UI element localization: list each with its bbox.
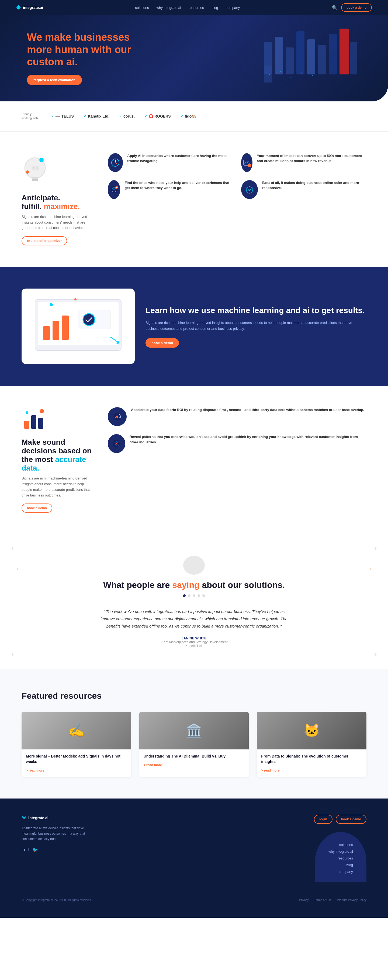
footer-logo-icon: ✳ bbox=[22, 815, 26, 821]
footer-link-why[interactable]: why integrate ai bbox=[328, 850, 353, 854]
brand-name: integrate.ai bbox=[23, 5, 43, 10]
footer-logo: ✳ integrate.ai bbox=[22, 815, 97, 821]
footer-privacy[interactable]: Privacy bbox=[299, 898, 309, 902]
svg-rect-43 bbox=[38, 418, 43, 429]
svg-rect-42 bbox=[31, 415, 36, 429]
hero-headline-accent: ai. bbox=[66, 56, 78, 67]
svg-point-21 bbox=[36, 166, 39, 170]
cross-icon-4: + bbox=[369, 566, 372, 572]
resource-img-0: ✍️ bbox=[22, 712, 131, 749]
data-cta-button[interactable]: book a demo bbox=[22, 503, 52, 513]
resources-grid: ✍️ More signal – Better Models: add Sign… bbox=[22, 712, 366, 777]
cross-icon-2: + bbox=[16, 566, 19, 572]
nav-solutions[interactable]: solutions bbox=[135, 6, 149, 10]
testimonial-author-company: Kanetix Ltd. bbox=[16, 644, 372, 648]
testimonials-heading: What people are saying about our solutio… bbox=[16, 580, 372, 590]
footer-product-privacy[interactable]: Product Privacy Policy bbox=[337, 898, 366, 902]
hero-cta-button[interactable]: request a tech evaluation bbox=[27, 75, 82, 85]
footer-link-solutions[interactable]: solutions bbox=[339, 843, 353, 847]
footer-social: in f 🐦 bbox=[22, 847, 97, 853]
svg-point-11 bbox=[280, 71, 281, 72]
facebook-icon[interactable]: f bbox=[28, 847, 29, 853]
feature-icon-3 bbox=[241, 180, 258, 199]
cross-icon-6: + bbox=[374, 651, 377, 659]
nav-blog[interactable]: blog bbox=[212, 6, 218, 10]
resource-img-1: 🏛️ bbox=[139, 712, 249, 749]
ml-description: Signals are rich, machine-learning-deriv… bbox=[146, 320, 366, 332]
cross-icon-3: + bbox=[374, 545, 377, 552]
data-section: Make sound decisions based on the most a… bbox=[0, 386, 388, 534]
data-description: Signals are rich, machine-learning-deriv… bbox=[22, 476, 92, 498]
data-feature-1: Reveal patterns that you otherwise would… bbox=[108, 434, 366, 453]
svg-point-26 bbox=[248, 164, 252, 167]
linkedin-icon[interactable]: in bbox=[22, 847, 25, 853]
testimonial-author-name: JANINE WHITE bbox=[16, 636, 372, 640]
dot-5[interactable] bbox=[202, 594, 205, 597]
bar-chart-illustration bbox=[22, 407, 92, 433]
svg-rect-6 bbox=[329, 34, 337, 75]
dot-1[interactable] bbox=[183, 594, 186, 597]
resource-link-0[interactable]: read more bbox=[26, 768, 44, 772]
resource-img-2: 🐱 bbox=[257, 712, 366, 749]
footer-links: solutions why integrate ai resources blo… bbox=[328, 843, 353, 874]
svg-point-13 bbox=[301, 73, 302, 74]
footer-link-blog[interactable]: blog bbox=[346, 863, 353, 867]
svg-point-39 bbox=[49, 303, 53, 306]
svg-rect-18 bbox=[32, 177, 38, 179]
footer-nav: login book a demo solutions why integrat… bbox=[113, 815, 366, 882]
chat-bubble-icon bbox=[183, 556, 205, 575]
ml-content: Learn how we use machine learning and ai… bbox=[146, 305, 366, 348]
feature-card-3: Best of all, it makes doing business onl… bbox=[241, 180, 366, 199]
partners-section: Proudly working with... ✓ — TELUS ✓ Kane… bbox=[0, 102, 388, 132]
anticipate-section: Anticipate.fulfill. maximize. Signals ar… bbox=[0, 132, 388, 267]
feature-card-0: Apply AI in scenarios where customers ar… bbox=[108, 153, 233, 172]
nav-logo[interactable]: ✳ integrate.ai bbox=[16, 4, 43, 11]
footer-nav-col: login book a demo solutions why integrat… bbox=[314, 815, 366, 882]
feature-card-2: Find the ones who need your help and del… bbox=[108, 180, 233, 199]
svg-rect-5 bbox=[318, 45, 326, 75]
footer-brand-name: integrate.ai bbox=[28, 816, 49, 820]
footer-link-resources[interactable]: resources bbox=[337, 856, 353, 860]
footer-terms[interactable]: Terms of Use bbox=[314, 898, 332, 902]
svg-rect-2 bbox=[286, 48, 294, 75]
testimonials-section: + + + + + + What people are saying about… bbox=[0, 534, 388, 669]
book-demo-button[interactable]: book a demo bbox=[341, 3, 372, 12]
svg-point-44 bbox=[40, 409, 44, 414]
navbar: ✳ integrate.ai solutions why integrate a… bbox=[0, 0, 388, 15]
search-icon[interactable]: 🔍 bbox=[332, 5, 337, 10]
partner-kanetix: ✓ Kanetix Ltd. bbox=[84, 114, 109, 118]
footer-link-company[interactable]: company bbox=[339, 870, 353, 874]
resources-heading: Featured resources bbox=[22, 691, 366, 701]
svg-rect-41 bbox=[24, 421, 29, 429]
footer-book-demo-button[interactable]: book a demo bbox=[336, 815, 366, 824]
dot-2[interactable] bbox=[188, 594, 190, 597]
footer-top: ✳ integrate.ai At integrate.ai, we deliv… bbox=[22, 815, 366, 882]
footer-copyright: © Copyright Integrate.ai Inc. 2020. All … bbox=[22, 898, 92, 902]
nav-resources[interactable]: resources bbox=[188, 6, 204, 10]
dot-4[interactable] bbox=[198, 594, 200, 597]
resource-link-2[interactable]: read more bbox=[261, 768, 279, 772]
footer-login-button[interactable]: login bbox=[314, 815, 333, 824]
resource-card-0: ✍️ More signal – Better Models: add Sign… bbox=[22, 712, 131, 777]
ml-heading: Learn how we use machine learning and ai… bbox=[146, 305, 366, 315]
data-left: Make sound decisions based on the most a… bbox=[22, 407, 92, 513]
nav-company[interactable]: company bbox=[225, 6, 240, 10]
hero-3d-illustration bbox=[248, 21, 361, 96]
resource-link-1[interactable]: read more bbox=[144, 763, 162, 767]
svg-point-12 bbox=[290, 76, 291, 78]
cross-icon-5: + bbox=[11, 651, 14, 659]
resource-title-0: More signal – Better Models: add Signals… bbox=[26, 754, 127, 764]
svg-point-45 bbox=[25, 411, 28, 414]
hero-section: We make businesses more human with our c… bbox=[0, 15, 388, 102]
ml-cta-button[interactable]: book a demo bbox=[146, 338, 179, 348]
twitter-icon[interactable]: 🐦 bbox=[33, 847, 38, 853]
explore-offer-button[interactable]: explore offer optimizer bbox=[22, 236, 67, 245]
svg-point-30 bbox=[246, 186, 253, 193]
svg-point-20 bbox=[32, 166, 35, 170]
resource-title-1: Understanding The AI Dilemma: Build vs. … bbox=[144, 754, 245, 759]
hero-content: We make businesses more human with our c… bbox=[27, 31, 135, 85]
footer-cta-buttons: login book a demo bbox=[314, 815, 366, 824]
dot-3[interactable] bbox=[193, 594, 195, 597]
carousel-dots bbox=[16, 594, 372, 597]
nav-why-integrate[interactable]: why integrate ai bbox=[157, 6, 181, 10]
